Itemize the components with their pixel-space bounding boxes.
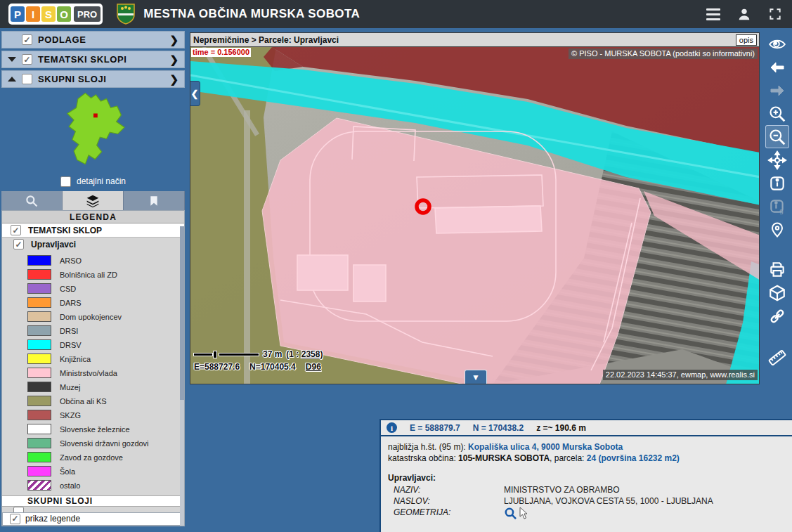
show-legend-checkbox[interactable]	[10, 514, 20, 524]
legend-subgroup-row[interactable]: Upravljavci	[2, 238, 184, 252]
legend-label: Knjižnica	[60, 355, 91, 363]
field-value: MINISTRSTVO ZA OBRAMBO	[504, 484, 620, 495]
field-label: NASLOV:	[388, 495, 504, 507]
tab-bookmarks[interactable]	[124, 191, 185, 210]
opis-button[interactable]: opis	[736, 34, 757, 46]
legend-label: ARSO	[60, 257, 82, 265]
chevron-right-icon: ❯	[169, 34, 178, 46]
skupni-checkbox[interactable]	[22, 74, 32, 84]
legend-swatch	[27, 311, 51, 322]
legend-item: Slovenske železnice	[27, 422, 184, 436]
map-canvas[interactable]: time = 0.156000 © PISO - MURSKA SOBOTA (…	[190, 47, 760, 384]
podlage-checkbox[interactable]	[22, 34, 32, 45]
legend-label: Šola	[60, 467, 75, 476]
pan-icon[interactable]	[765, 148, 789, 171]
3d-view-icon[interactable]	[765, 281, 789, 304]
legend-scrollbar[interactable]	[180, 226, 184, 526]
legend-group-row[interactable]: TEMATSKI SKLOP	[2, 223, 184, 238]
sidebar-collapse-handle[interactable]: ❮	[190, 81, 200, 106]
legend-item: DRSV	[27, 338, 184, 352]
municipality-coat-of-arms-icon	[117, 4, 135, 25]
sidebar-panel-tematski-sklopi[interactable]: TEMATSKI SKLOPI ❯	[1, 51, 185, 68]
menu-icon[interactable]	[705, 6, 722, 22]
view-eye-icon[interactable]	[765, 32, 789, 56]
legend-swatch	[27, 410, 51, 420]
legend-swatch	[27, 480, 51, 491]
logo-letter-i: I	[26, 6, 40, 22]
section-title: Upravljavci:	[388, 473, 792, 483]
legend-swatch	[27, 297, 51, 308]
skupni-sloji-section[interactable]: SKUPNI SLOJI	[2, 495, 184, 507]
show-geometry-icon[interactable]	[504, 507, 517, 520]
parcel-link[interactable]: 24 (površina 16232 m2)	[587, 453, 680, 463]
legend-swatch	[27, 396, 51, 406]
panel-label: PODLAGE	[38, 34, 86, 45]
history-back-icon[interactable]	[765, 56, 789, 79]
fullscreen-icon[interactable]	[767, 6, 784, 22]
map-copyright: © PISO - MURSKA SOBOTA (podatki so infor…	[569, 48, 758, 59]
legend-swatch	[27, 339, 51, 350]
tematski-sklop-checkbox[interactable]	[11, 225, 21, 235]
print-icon[interactable]	[765, 258, 789, 281]
detail-mode-checkbox[interactable]	[60, 176, 71, 187]
legend-panel: LEGENDA TEMATSKI SKLOP Upravljavci ARSOB…	[1, 210, 185, 526]
legend-swatch	[27, 466, 51, 476]
legend-swatch	[27, 353, 51, 364]
sidebar-tabs	[1, 191, 185, 210]
municipality-shape	[67, 93, 124, 164]
location-pin-icon[interactable]	[765, 218, 789, 241]
table-row: GEOMETRIJA:	[388, 507, 792, 522]
user-icon[interactable]	[736, 6, 753, 22]
legend-item: Slovenski državni gozdovi	[27, 436, 184, 450]
legend-swatch	[27, 255, 51, 266]
sidebar-panel-skupni-sloji[interactable]: SKUPNI SLOJI ❯	[1, 70, 185, 88]
render-time-label: time = 0.156000	[191, 48, 251, 57]
legend-item: SKZG	[27, 408, 184, 422]
scale-ratio-link[interactable]: 2358	[301, 349, 320, 359]
legend-item: Šola	[27, 465, 184, 479]
zoom-out-icon[interactable]	[765, 125, 789, 148]
address-link[interactable]: Kopališka ulica 4, 9000 Murska Sobota	[468, 442, 623, 452]
legend-label: Dom upokojencev	[60, 313, 122, 321]
panel-collapse-button[interactable]: ▼	[465, 370, 487, 384]
tab-layers[interactable]	[63, 191, 124, 210]
info-panel-header: i E = 588879.7 N = 170438.2 z =~ 190.6 m	[381, 420, 792, 436]
history-forward-icon[interactable]	[765, 79, 789, 102]
share-link-icon[interactable]	[765, 304, 789, 327]
scale-bar-graphic	[194, 351, 259, 358]
legend-item: Zavod za gozdove	[27, 450, 184, 465]
road-line	[244, 110, 250, 384]
logo-letter-s: S	[41, 6, 56, 22]
map-timestamp: 22.02.2023 14:45:37, ewmap, www.realis.s…	[603, 370, 758, 380]
zoom-in-icon[interactable]	[765, 102, 789, 125]
map-graphics	[190, 47, 760, 384]
selected-coord-n: N = 170438.2	[473, 423, 524, 433]
legend-item: DRSI	[27, 324, 184, 338]
identify-icon[interactable]	[765, 171, 789, 195]
table-row: NAZIV: MINISTRSTVO ZA OBRAMBO	[388, 484, 792, 495]
legend-label: ostalo	[60, 481, 80, 490]
tab-search[interactable]	[1, 191, 63, 210]
municipality-overview-map[interactable]	[1, 90, 185, 173]
chevron-right-icon: ❯	[169, 73, 178, 86]
chevron-right-icon: ❯	[169, 53, 178, 66]
datum-link[interactable]: D96	[306, 362, 321, 372]
measure-ruler-icon[interactable]	[765, 346, 789, 369]
legend-swatch	[27, 452, 51, 462]
legend-swatch	[27, 368, 51, 378]
coord-n: N=170405.4	[249, 362, 296, 372]
breadcrumb: Nepremičnine > Parcele: Upravljavci	[193, 35, 339, 45]
tematski-checkbox[interactable]	[22, 54, 32, 65]
legend-swatch	[27, 325, 51, 336]
identify-group-icon[interactable]: g	[765, 195, 789, 218]
logo-pro-badge: PRO	[74, 6, 100, 22]
sidebar-panel-podlage[interactable]: PODLAGE ❯	[1, 31, 185, 48]
expand-triangle-icon[interactable]	[8, 77, 16, 82]
collapse-triangle-icon[interactable]	[8, 57, 16, 62]
piso-logo[interactable]: P I S O PRO	[8, 4, 103, 25]
legend-title: LEGENDA	[2, 211, 184, 223]
legend-item: DARS	[27, 296, 184, 310]
top-header: P I S O PRO MESTNA OBČINA MURSKA SOBOTA	[0, 0, 792, 28]
upravljavci-checkbox[interactable]	[13, 239, 24, 249]
scale-distance: 37 m	[263, 349, 282, 359]
